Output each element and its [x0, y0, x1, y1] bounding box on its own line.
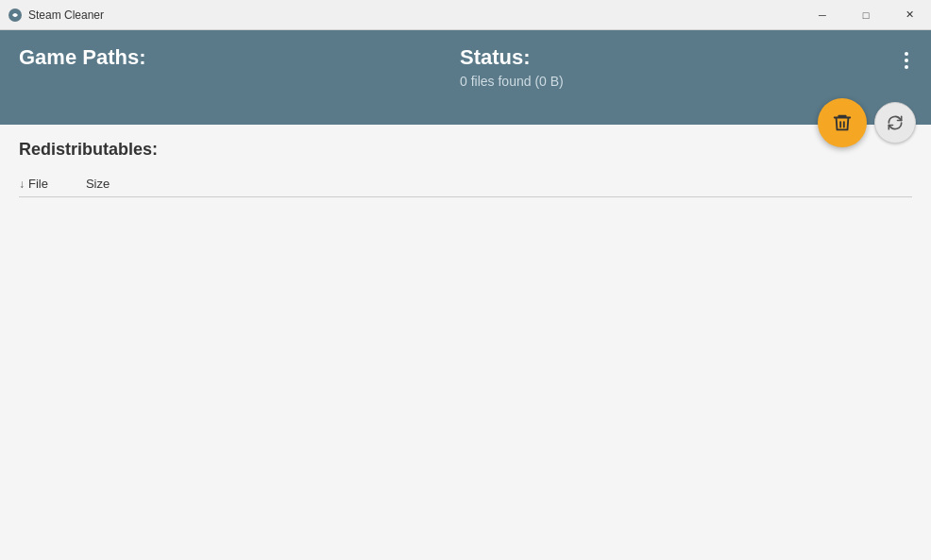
title-bar-controls: ─ □ ✕ [801, 0, 931, 30]
app-icon [8, 8, 23, 23]
delete-button[interactable] [818, 98, 867, 147]
sort-arrow-icon: ↓ [19, 178, 25, 191]
header-bar: Game Paths: Status: 0 files found (0 B) [0, 30, 931, 125]
more-options-button[interactable] [901, 49, 912, 72]
action-buttons [818, 98, 916, 147]
redistributables-title: Redistributables: [19, 140, 912, 160]
header-center: Status: 0 files found (0 B) [460, 45, 901, 89]
refresh-icon [886, 113, 905, 132]
table-body [19, 197, 912, 552]
title-bar-left: Steam Cleaner [8, 8, 104, 23]
size-column-header[interactable]: Size [86, 177, 110, 191]
status-value: 0 files found (0 B) [460, 74, 901, 89]
close-button[interactable]: ✕ [888, 0, 931, 30]
header-left: Game Paths: [19, 45, 460, 70]
status-label: Status: [460, 45, 901, 70]
maximize-button[interactable]: □ [844, 0, 888, 30]
title-bar-title: Steam Cleaner [28, 8, 104, 22]
game-paths-label: Game Paths: [19, 45, 460, 70]
minimize-button[interactable]: ─ [801, 0, 844, 30]
dot1 [905, 52, 908, 56]
header-right [901, 45, 912, 72]
dot3 [905, 65, 908, 69]
content-area: Redistributables: ↓ File Size [0, 125, 931, 560]
file-column-header[interactable]: ↓ File [19, 177, 48, 191]
trash-icon [832, 112, 853, 133]
title-bar: Steam Cleaner ─ □ ✕ [0, 0, 931, 30]
refresh-button[interactable] [874, 102, 916, 144]
dot2 [905, 59, 908, 62]
table-header: ↓ File Size [19, 171, 912, 197]
